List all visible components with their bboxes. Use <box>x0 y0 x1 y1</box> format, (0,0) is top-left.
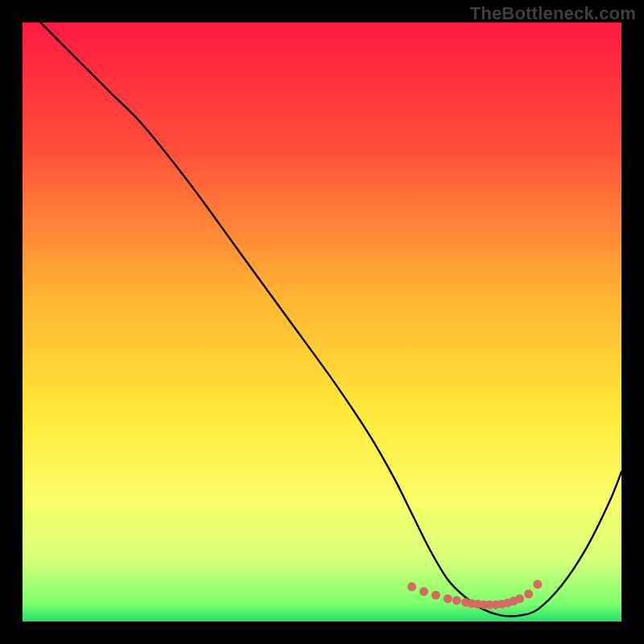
highlight-dot <box>419 587 428 596</box>
highlight-dot <box>524 589 533 598</box>
watermark-text: TheBottleneck.com <box>470 3 636 24</box>
highlight-dot <box>533 580 542 588</box>
gradient-background <box>23 23 621 621</box>
highlight-dot <box>452 596 461 605</box>
chart-frame: TheBottleneck.com <box>0 0 644 644</box>
highlight-dot <box>444 594 452 603</box>
plot-area <box>23 23 621 621</box>
highlight-dot <box>407 582 416 591</box>
chart-svg <box>23 23 621 621</box>
highlight-dot <box>515 594 524 603</box>
highlight-dot <box>431 591 440 600</box>
